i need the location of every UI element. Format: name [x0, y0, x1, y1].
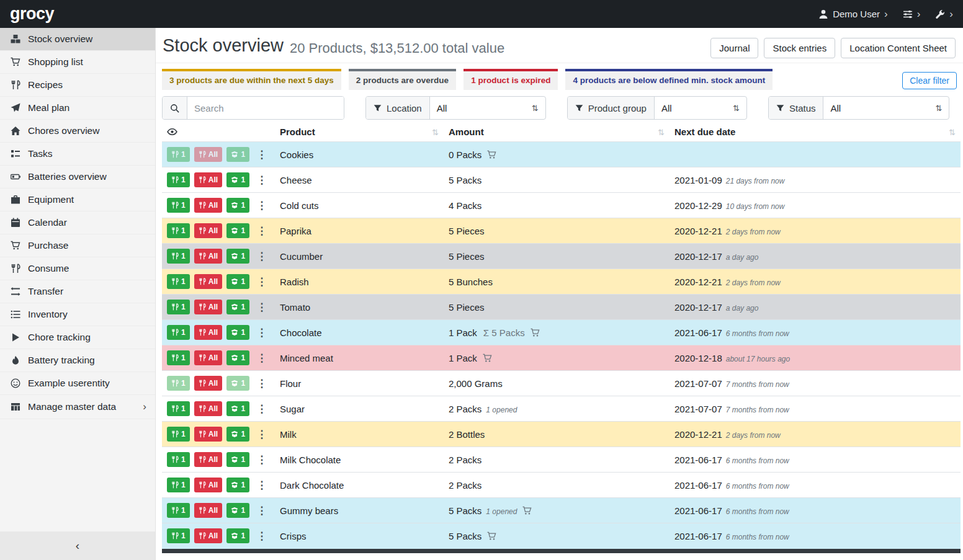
open-one-button[interactable]: 1 [226, 198, 249, 213]
consume-all-button[interactable]: All [194, 223, 222, 238]
consume-all-button[interactable]: All [194, 274, 222, 289]
open-one-button[interactable]: 1 [226, 172, 249, 187]
consume-one-button[interactable]: 1 [167, 401, 190, 416]
column-header-due-date[interactable]: Next due date⇅ [670, 125, 961, 142]
open-one-button[interactable]: 1 [226, 350, 249, 365]
stock-entries-button[interactable]: Stock entries [764, 38, 835, 58]
sidebar-collapse-button[interactable]: ‹ [0, 531, 155, 560]
column-header-amount[interactable]: Amount⇅ [444, 125, 670, 142]
consume-all-button[interactable]: All [194, 452, 222, 467]
open-one-button[interactable]: 1 [226, 249, 249, 264]
sidebar-item-calendar[interactable]: Calendar [0, 211, 155, 234]
eye-icon[interactable] [167, 127, 270, 137]
consume-all-button[interactable]: All [194, 478, 222, 492]
sidebar-item-tasks[interactable]: Tasks [0, 143, 155, 166]
consume-all-button[interactable]: All [194, 376, 222, 391]
user-menu[interactable]: Demo User › [818, 9, 888, 19]
sidebar-item-battery-tracking[interactable]: Battery tracking [0, 349, 155, 372]
sidebar-item-recipes[interactable]: Recipes [0, 74, 155, 97]
sidebar-item-equipment[interactable]: Equipment [0, 189, 155, 211]
sidebar-item-meal-plan[interactable]: Meal plan [0, 97, 155, 120]
open-one-button[interactable]: 1 [226, 147, 249, 162]
open-one-button[interactable]: 1 [226, 427, 249, 442]
row-menu-button[interactable]: ⋮ [254, 429, 269, 440]
row-menu-button[interactable]: ⋮ [254, 353, 269, 363]
consume-all-button[interactable]: All [194, 528, 222, 543]
status-banner-0[interactable]: 3 products are due within the next 5 day… [162, 69, 341, 90]
consume-one-button[interactable]: 1 [167, 274, 190, 289]
clear-filter-button[interactable]: Clear filter [902, 72, 957, 89]
location-select[interactable]: All⇅ [430, 97, 545, 119]
open-one-button[interactable]: 1 [226, 325, 249, 340]
consume-one-button[interactable]: 1 [167, 172, 190, 187]
consume-all-button[interactable]: All [194, 503, 222, 518]
row-menu-button[interactable]: ⋮ [254, 175, 269, 185]
location-content-sheet-button[interactable]: Location Content Sheet [841, 38, 956, 58]
status-select[interactable]: All⇅ [823, 97, 949, 119]
consume-one-button[interactable]: 1 [167, 350, 190, 365]
row-menu-button[interactable]: ⋮ [254, 226, 269, 236]
row-menu-button[interactable]: ⋮ [254, 505, 269, 516]
sidebar-item-purchase[interactable]: Purchase [0, 234, 155, 257]
row-menu-button[interactable]: ⋮ [254, 404, 269, 414]
open-one-button[interactable]: 1 [226, 376, 249, 391]
open-one-button[interactable]: 1 [226, 300, 249, 314]
consume-one-button[interactable]: 1 [167, 478, 190, 492]
row-menu-button[interactable]: ⋮ [254, 149, 269, 160]
row-menu-button[interactable]: ⋮ [254, 251, 269, 262]
sidebar-item-chore-tracking[interactable]: Chore tracking [0, 326, 155, 349]
sidebar-item-example-userentity[interactable]: Example userentity [0, 372, 155, 395]
settings-menu[interactable]: › [903, 9, 921, 19]
row-menu-button[interactable]: ⋮ [254, 327, 269, 338]
status-banner-1[interactable]: 2 products are overdue [349, 69, 456, 90]
consume-all-button[interactable]: All [194, 325, 222, 340]
consume-all-button[interactable]: All [194, 427, 222, 442]
row-menu-button[interactable]: ⋮ [254, 200, 269, 211]
sidebar-item-batteries-overview[interactable]: Batteries overview [0, 166, 155, 189]
row-menu-button[interactable]: ⋮ [254, 531, 269, 541]
admin-tools-menu[interactable]: › [935, 9, 953, 19]
consume-one-button[interactable]: 1 [167, 503, 190, 518]
open-one-button[interactable]: 1 [226, 503, 249, 518]
row-menu-button[interactable]: ⋮ [254, 277, 269, 287]
consume-one-button[interactable]: 1 [167, 528, 190, 543]
consume-all-button[interactable]: All [194, 147, 222, 162]
open-one-button[interactable]: 1 [226, 528, 249, 543]
consume-all-button[interactable]: All [194, 249, 222, 264]
open-one-button[interactable]: 1 [226, 401, 249, 416]
sidebar-item-stock-overview[interactable]: Stock overview [0, 28, 155, 51]
sidebar-item-chores-overview[interactable]: Chores overview [0, 120, 155, 143]
journal-button[interactable]: Journal [710, 38, 758, 58]
sidebar-item-inventory[interactable]: Inventory [0, 303, 155, 326]
consume-one-button[interactable]: 1 [167, 452, 190, 467]
sidebar-item-shopping-list[interactable]: Shopping list [0, 51, 155, 74]
column-header-product[interactable]: Product⇅ [275, 125, 444, 142]
sidebar-item-consume[interactable]: Consume [0, 257, 155, 280]
open-one-button[interactable]: 1 [226, 223, 249, 238]
consume-one-button[interactable]: 1 [167, 325, 190, 340]
consume-one-button[interactable]: 1 [167, 249, 190, 264]
status-banner-2[interactable]: 1 product is expired [464, 69, 558, 90]
open-one-button[interactable]: 1 [226, 274, 249, 289]
search-input[interactable] [187, 97, 344, 119]
consume-all-button[interactable]: All [194, 350, 222, 365]
open-one-button[interactable]: 1 [226, 452, 249, 467]
product-group-select[interactable]: All⇅ [655, 97, 746, 119]
consume-one-button[interactable]: 1 [167, 147, 190, 162]
consume-all-button[interactable]: All [194, 401, 222, 416]
status-banner-3[interactable]: 4 products are below defined min. stock … [565, 69, 773, 90]
row-menu-button[interactable]: ⋮ [254, 480, 269, 491]
row-menu-button[interactable]: ⋮ [254, 378, 269, 389]
sidebar-item-manage-master-data[interactable]: Manage master data › [0, 395, 155, 419]
open-one-button[interactable]: 1 [226, 478, 249, 492]
row-menu-button[interactable]: ⋮ [254, 455, 269, 465]
consume-one-button[interactable]: 1 [167, 223, 190, 238]
consume-one-button[interactable]: 1 [167, 376, 190, 391]
consume-one-button[interactable]: 1 [167, 198, 190, 213]
consume-one-button[interactable]: 1 [167, 300, 190, 314]
consume-all-button[interactable]: All [194, 198, 222, 213]
consume-all-button[interactable]: All [194, 172, 222, 187]
row-menu-button[interactable]: ⋮ [254, 302, 269, 313]
consume-all-button[interactable]: All [194, 300, 222, 314]
consume-one-button[interactable]: 1 [167, 427, 190, 442]
